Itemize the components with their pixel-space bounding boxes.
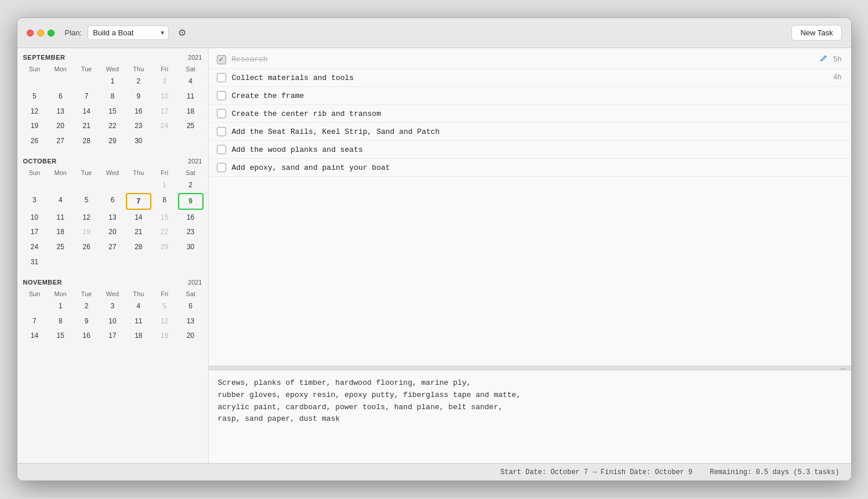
cal-day[interactable]: 5 <box>22 89 48 104</box>
cal-day[interactable]: 7 <box>22 314 48 329</box>
plan-select[interactable]: Build a Boat <box>88 26 169 40</box>
cal-day[interactable]: 10 <box>100 314 125 329</box>
task-checkbox-collect[interactable] <box>217 73 226 82</box>
cal-day-oct9[interactable]: 9 <box>178 193 204 210</box>
cal-day[interactable]: 6 <box>100 193 125 210</box>
cal-day[interactable]: 15 <box>100 104 125 119</box>
task-row-epoxy[interactable]: Add epoxy, sand and paint your boat <box>209 159 851 177</box>
cal-day[interactable]: 11 <box>178 89 204 104</box>
cal-day-oct7[interactable]: 7 <box>126 193 151 210</box>
cal-day[interactable]: 24 <box>22 240 48 254</box>
notes-textarea[interactable] <box>209 370 851 463</box>
cal-day[interactable]: 12 <box>152 314 177 329</box>
cal-day[interactable]: 2 <box>74 299 99 314</box>
cal-day[interactable]: 26 <box>22 134 48 148</box>
cal-day[interactable]: 21 <box>126 225 151 239</box>
cal-day[interactable]: 15 <box>48 329 73 343</box>
cal-day[interactable]: 4 <box>48 193 73 210</box>
minimize-button[interactable] <box>37 30 44 37</box>
cal-day[interactable]: 2 <box>178 178 204 192</box>
new-task-button[interactable]: New Task <box>791 25 841 41</box>
cal-day[interactable]: 27 <box>100 240 125 254</box>
cal-day[interactable]: 8 <box>100 89 125 104</box>
cal-day[interactable]: 18 <box>126 329 151 343</box>
cal-day[interactable]: 12 <box>22 104 48 119</box>
task-checkbox-rails[interactable] <box>217 127 226 136</box>
cal-day[interactable]: 5 <box>74 193 99 210</box>
cal-day[interactable]: 21 <box>74 119 99 133</box>
cal-day[interactable]: 6 <box>178 299 204 314</box>
maximize-button[interactable] <box>48 30 55 37</box>
cal-day[interactable]: 18 <box>178 104 204 119</box>
cal-day[interactable]: 3 <box>100 299 125 314</box>
task-row-rib[interactable]: Create the center rib and transom <box>209 105 851 123</box>
cal-day[interactable]: 14 <box>126 210 151 225</box>
cal-day[interactable]: 23 <box>126 119 151 133</box>
cal-day[interactable]: 4 <box>126 299 151 314</box>
cal-day[interactable]: 15 <box>152 210 177 225</box>
cal-day[interactable]: 8 <box>152 193 177 210</box>
cal-day[interactable]: 10 <box>22 210 48 225</box>
cal-day[interactable]: 20 <box>100 225 125 239</box>
task-row-rails[interactable]: Add the Seat Rails, Keel Strip, Sand and… <box>209 123 851 141</box>
task-checkbox-epoxy[interactable] <box>217 163 226 172</box>
cal-day[interactable]: 30 <box>178 240 204 254</box>
cal-day[interactable]: 9 <box>74 314 99 329</box>
cal-day[interactable]: 13 <box>48 104 73 119</box>
task-checkbox-planks[interactable] <box>217 145 226 154</box>
cal-day[interactable]: 23 <box>178 225 204 239</box>
cal-day[interactable]: 13 <box>178 314 204 329</box>
cal-day[interactable]: 16 <box>74 329 99 343</box>
cal-day[interactable]: 14 <box>74 104 99 119</box>
cal-day[interactable]: 17 <box>22 225 48 239</box>
cal-day[interactable]: 22 <box>152 225 177 239</box>
cal-day[interactable]: 9 <box>126 89 151 104</box>
cal-day[interactable]: 3 <box>22 193 48 210</box>
cal-day[interactable]: 11 <box>126 314 151 329</box>
task-checkbox-research[interactable]: ✓ <box>217 55 226 64</box>
cal-day[interactable]: 19 <box>74 225 99 239</box>
divider-bar[interactable]: — <box>209 366 851 370</box>
cal-day[interactable]: 20 <box>48 119 73 133</box>
cal-day[interactable]: 6 <box>48 89 73 104</box>
cal-day[interactable]: 22 <box>100 119 125 133</box>
cal-day[interactable]: 10 <box>152 89 177 104</box>
cal-day[interactable]: 20 <box>178 329 204 343</box>
cal-day[interactable]: 19 <box>152 329 177 343</box>
settings-button[interactable]: ⚙ <box>177 26 187 39</box>
task-row-planks[interactable]: Add the wood planks and seats <box>209 141 851 159</box>
cal-day[interactable]: 17 <box>100 329 125 343</box>
cal-day[interactable]: 26 <box>74 240 99 254</box>
close-button[interactable] <box>27 30 34 37</box>
cal-day[interactable]: 30 <box>126 134 151 148</box>
task-row-frame[interactable]: Create the frame <box>209 87 851 105</box>
cal-day[interactable]: 12 <box>74 210 99 225</box>
cal-day[interactable]: 5 <box>152 299 177 314</box>
cal-day[interactable]: 1 <box>100 74 125 89</box>
task-row-collect[interactable]: Collect materials and tools 4h <box>209 69 851 87</box>
cal-day[interactable]: 8 <box>48 314 73 329</box>
cal-day[interactable]: 18 <box>48 225 73 239</box>
task-checkbox-rib[interactable] <box>217 109 226 118</box>
cal-day[interactable]: 3 <box>152 74 177 89</box>
cal-day[interactable]: 29 <box>152 240 177 254</box>
cal-day[interactable]: 4 <box>178 74 204 89</box>
task-checkbox-frame[interactable] <box>217 91 226 100</box>
cal-day[interactable]: 16 <box>178 210 204 225</box>
cal-day[interactable]: 1 <box>48 299 73 314</box>
cal-day[interactable]: 31 <box>22 255 48 269</box>
cal-day[interactable]: 2 <box>126 74 151 89</box>
cal-day[interactable]: 19 <box>22 119 48 133</box>
cal-day[interactable]: 24 <box>152 119 177 133</box>
cal-day[interactable]: 28 <box>126 240 151 254</box>
cal-day[interactable]: 11 <box>48 210 73 225</box>
cal-day[interactable]: 1 <box>152 178 177 192</box>
task-row-research[interactable]: ✓ Research 5h <box>209 50 851 69</box>
cal-day[interactable]: 13 <box>100 210 125 225</box>
cal-day[interactable]: 29 <box>100 134 125 148</box>
cal-day[interactable]: 28 <box>74 134 99 148</box>
cal-day[interactable]: 25 <box>178 119 204 133</box>
cal-day[interactable]: 27 <box>48 134 73 148</box>
edit-icon-research[interactable] <box>819 54 827 64</box>
cal-day[interactable]: 16 <box>126 104 151 119</box>
